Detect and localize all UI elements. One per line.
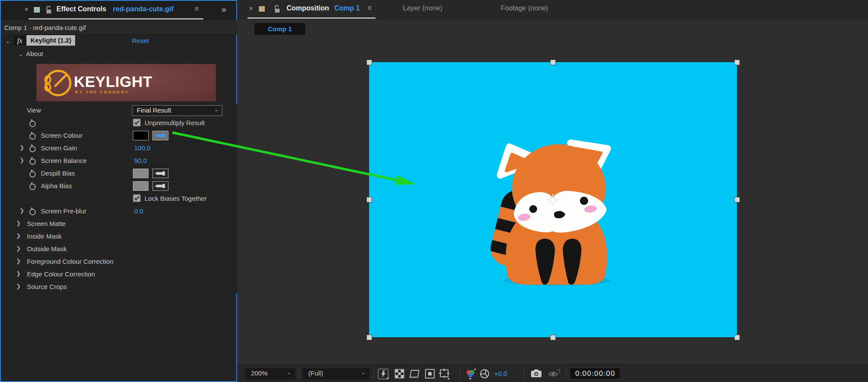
- lock-biases-checkbox[interactable]: [133, 194, 141, 202]
- expander-icon[interactable]: ❯: [20, 207, 24, 214]
- breadcrumb: Comp 1 · red-panda-cute.gif: [2, 20, 237, 35]
- despill-bias-swatch[interactable]: [133, 169, 149, 178]
- screen-colour-swatch[interactable]: [133, 131, 149, 140]
- panel-title[interactable]: Composition: [287, 4, 329, 12]
- composition-canvas[interactable]: [369, 62, 737, 337]
- viewer-comp-tab[interactable]: Comp 1: [254, 23, 305, 35]
- show-snapshot-eye-icon[interactable]: [548, 369, 560, 378]
- composition-viewer: Comp 1: [237, 20, 868, 364]
- region-of-interest-icon[interactable]: [425, 369, 435, 379]
- group-label: Edge Colour Correction: [27, 270, 95, 278]
- view-dropdown[interactable]: Final Result ⌄: [132, 105, 222, 116]
- param-value[interactable]: 50,0: [134, 157, 147, 164]
- twirl-down-icon[interactable]: ⌄: [18, 51, 23, 57]
- toolbar-separator: [524, 368, 524, 379]
- twirl-down-icon[interactable]: ⌄: [5, 38, 10, 44]
- group-row-edge-colour-correction[interactable]: ❯ Edge Colour Correction: [2, 268, 237, 281]
- close-icon[interactable]: ×: [249, 4, 253, 13]
- param-row-view: View Final Result ⌄: [2, 104, 237, 117]
- param-value[interactable]: 100,0: [134, 144, 151, 152]
- group-row-inside-mask[interactable]: ❯ Inside Mask: [2, 230, 237, 243]
- expander-icon[interactable]: ❯: [16, 233, 21, 239]
- panel-title[interactable]: Effect Controls: [56, 5, 106, 13]
- panel-overflow-icon[interactable]: »: [221, 4, 225, 14]
- expander-icon[interactable]: ❯: [20, 157, 24, 163]
- channel-rgb-icon[interactable]: [465, 369, 477, 380]
- stopwatch-icon[interactable]: [29, 157, 36, 165]
- selection-handle-top-center[interactable]: [550, 60, 556, 65]
- about-label: About: [26, 50, 43, 57]
- transparency-grid-icon[interactable]: [394, 369, 405, 379]
- panel-document-name[interactable]: Comp 1: [334, 4, 360, 12]
- unpremultiply-checkbox[interactable]: [133, 119, 141, 126]
- tab-footage[interactable]: Footage (none): [501, 4, 548, 12]
- group-row-source-crops[interactable]: ❯ Source Crops: [2, 281, 237, 293]
- safe-margins-icon[interactable]: [439, 369, 451, 380]
- param-row-lock-biases: Lock Biases Together: [2, 193, 237, 205]
- effect-name-selected[interactable]: Keylight (1.2): [26, 35, 75, 46]
- dropdown-value: Final Result: [137, 106, 171, 114]
- panel-menu-icon[interactable]: ≡: [195, 5, 199, 13]
- fx-badge[interactable]: fx: [14, 36, 26, 45]
- magnification-dropdown[interactable]: 200% ⌄: [245, 368, 295, 379]
- about-row[interactable]: ⌄ About: [2, 48, 237, 60]
- timecode-display[interactable]: 0:00:00:00: [570, 368, 620, 379]
- selection-handle-mid-right[interactable]: [734, 197, 740, 203]
- chevron-down-icon: ⌄: [287, 369, 291, 375]
- keylight-banner-subtitle: BY THE FOUNDRY: [75, 90, 129, 94]
- snapshot-camera-icon[interactable]: [531, 369, 542, 378]
- param-label: Screen Pre-blur: [41, 207, 86, 215]
- eyedropper-button[interactable]: [152, 181, 168, 191]
- selection-handle-mid-left[interactable]: [366, 197, 372, 203]
- group-row-outside-mask[interactable]: ❯ Outside Mask: [2, 243, 237, 256]
- expander-icon[interactable]: ❯: [16, 283, 21, 289]
- checkbox-label: Unpremultiply Result: [145, 119, 205, 126]
- param-value[interactable]: 0,0: [134, 207, 143, 215]
- panel-group-swatch[interactable]: [33, 7, 40, 13]
- stopwatch-icon[interactable]: [29, 207, 36, 216]
- exposure-icon[interactable]: [479, 369, 490, 379]
- exposure-value[interactable]: +0,0: [494, 370, 507, 377]
- effect-controls-panel: × Effect Controls red-panda-cute.gif ≡ »…: [0, 0, 237, 382]
- stopwatch-icon[interactable]: [29, 144, 36, 153]
- expander-icon[interactable]: ❯: [16, 245, 21, 252]
- expander-icon[interactable]: ❯: [16, 270, 21, 277]
- expander-icon[interactable]: ❯: [16, 258, 21, 264]
- mask-visibility-icon[interactable]: [409, 369, 420, 379]
- eyedropper-button[interactable]: [152, 131, 168, 140]
- selection-handle-top-left[interactable]: [366, 60, 372, 65]
- reset-button[interactable]: Reset: [132, 37, 149, 44]
- selection-handle-top-right[interactable]: [734, 60, 740, 65]
- close-icon[interactable]: ×: [24, 5, 29, 14]
- param-row-screen-pre-blur: ❯ Screen Pre-blur 0,0: [2, 205, 237, 218]
- selection-handle-bottom-right[interactable]: [734, 335, 740, 340]
- stopwatch-icon[interactable]: [29, 182, 36, 190]
- expander-icon[interactable]: ❯: [16, 220, 21, 226]
- panel-document-name[interactable]: red-panda-cute.gif: [113, 5, 174, 13]
- selection-handle-bottom-center[interactable]: [550, 335, 556, 340]
- resolution-dropdown[interactable]: (Full) ⌄: [302, 368, 370, 379]
- selection-handle-bottom-left[interactable]: [366, 335, 372, 340]
- tab-layer[interactable]: Layer (none): [403, 4, 442, 12]
- stopwatch-icon[interactable]: [29, 119, 36, 127]
- expander-icon[interactable]: ❯: [20, 144, 24, 151]
- fast-previews-icon[interactable]: [378, 369, 390, 380]
- lock-open-icon[interactable]: [45, 6, 52, 14]
- alpha-bias-swatch[interactable]: [133, 181, 149, 191]
- param-row-despill-bias: Despill Bias: [2, 167, 237, 180]
- check-icon: [133, 195, 140, 202]
- keylight-banner-title: KEYLIGHT: [74, 73, 152, 90]
- check-icon: [133, 119, 140, 126]
- eyedropper-button[interactable]: [152, 169, 168, 178]
- chevron-down-icon: ⌄: [361, 369, 366, 375]
- panel-group-swatch[interactable]: [258, 6, 265, 12]
- lock-open-icon[interactable]: [274, 5, 281, 13]
- stopwatch-icon[interactable]: [29, 169, 36, 178]
- group-row-foreground-colour-correction[interactable]: ❯ Foreground Colour Correction: [2, 256, 237, 268]
- group-row-screen-matte[interactable]: ❯ Screen Matte: [2, 218, 237, 230]
- composition-toolbar: 200% ⌄ (Full) ⌄: [237, 364, 868, 382]
- panel-menu-icon[interactable]: ≡: [367, 4, 372, 13]
- chevron-down-icon: ⌄: [214, 106, 218, 113]
- stopwatch-icon[interactable]: [29, 132, 36, 140]
- effect-header-row: ⌄ fx Keylight (1.2) Reset: [2, 35, 237, 48]
